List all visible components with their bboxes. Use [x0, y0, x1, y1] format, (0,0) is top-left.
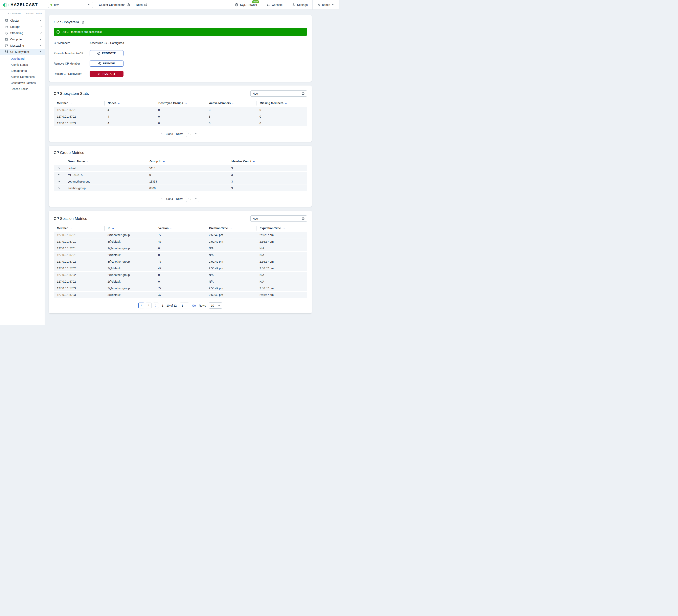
- sidebar-item-dashboard[interactable]: Dashboard: [8, 56, 45, 62]
- cp-subsystem-icon: [5, 50, 8, 53]
- cell-nodes: 4: [104, 122, 155, 125]
- stats-time-filter[interactable]: Now: [251, 90, 307, 97]
- folder-icon: [5, 25, 8, 29]
- remove-button[interactable]: REMOVE: [89, 61, 123, 67]
- cell-group-name: default: [65, 166, 146, 170]
- cell-creation-time: 2:50:42 pm: [205, 286, 256, 290]
- cell-expiration-time: 2:56:57 pm: [256, 286, 307, 290]
- sidebar-item-countdown-latches[interactable]: Countdown Latches: [8, 80, 45, 86]
- page-button-1[interactable]: 1: [139, 303, 144, 308]
- cell-missing-members: 0: [256, 108, 307, 112]
- sidebar-item-semaphores[interactable]: Semaphores: [8, 68, 45, 74]
- sort-asc-icon: [285, 102, 287, 104]
- table-row: 127.0.0.1:5702 2@another-group 0 N/A N/A: [54, 272, 307, 278]
- chevron-down-icon: [40, 20, 42, 22]
- cell-group-name: another-group: [65, 187, 146, 190]
- sessions-pagination: 1 2 1 – 10 of 12 Go Rows 10: [54, 302, 307, 309]
- column-header-missing-members[interactable]: Missing Members: [256, 101, 307, 106]
- sort-asc-icon: [118, 102, 120, 104]
- table-row: 127.0.0.1:5701 4 0 3 0: [54, 107, 307, 113]
- expand-row-button[interactable]: [54, 187, 65, 189]
- column-header-expander: [54, 159, 65, 164]
- sidebar-item-fenced-locks[interactable]: Fenced Locks: [8, 86, 45, 92]
- promote-button[interactable]: PROMOTE: [89, 50, 123, 56]
- plus-circle-icon: [127, 3, 130, 6]
- docs-link[interactable]: Docs: [136, 0, 147, 9]
- cell-member-count: 3: [228, 173, 307, 177]
- cell-version: 47: [155, 293, 205, 297]
- chevron-down-icon: [58, 180, 61, 183]
- sort-asc-icon: [86, 160, 88, 162]
- page-size-select[interactable]: 10: [186, 196, 199, 202]
- column-header-id[interactable]: Id: [104, 226, 155, 231]
- cluster-icon: [5, 19, 8, 22]
- sort-asc-icon: [163, 160, 165, 162]
- sidebar-item-atomic-longs[interactable]: Atomic Longs: [8, 62, 45, 68]
- sort-asc-icon: [170, 227, 173, 229]
- console-button[interactable]: Console: [262, 0, 287, 9]
- chevron-down-icon: [58, 174, 61, 176]
- page-size-select[interactable]: 10: [209, 302, 222, 309]
- laptop-icon: [5, 38, 8, 41]
- page-size-select[interactable]: 10: [186, 131, 199, 137]
- cp-subsystem-stats-card: CP Subsystem Stats Now Member Nodes Dest…: [49, 85, 312, 142]
- cell-creation-time: N/A: [205, 247, 256, 250]
- cell-expiration-time: 2:56:57 pm: [256, 267, 307, 270]
- expand-row-button[interactable]: [54, 174, 65, 176]
- user-menu[interactable]: admin: [312, 0, 339, 9]
- documentation-icon[interactable]: [81, 21, 85, 24]
- sidebar-item-streaming[interactable]: Streaming: [0, 30, 45, 36]
- cell-creation-time: 2:50:42 pm: [205, 240, 256, 243]
- sidebar-item-cluster[interactable]: Cluster: [0, 17, 45, 24]
- cell-id: 3@default: [104, 293, 155, 297]
- column-header-member[interactable]: Member: [54, 101, 104, 106]
- settings-label: Settings: [297, 3, 307, 6]
- go-button[interactable]: Go: [192, 304, 196, 307]
- remove-row: Remove CP Member REMOVE: [54, 61, 307, 67]
- cluster-connections-link[interactable]: Cluster Connections: [99, 0, 130, 9]
- sidebar-item-compute[interactable]: Compute: [0, 36, 45, 42]
- restart-label: Restart CP Subsystem: [54, 72, 89, 75]
- table-row: 127.0.0.1:5703 4 0 3 0: [54, 120, 307, 127]
- column-header-member-count[interactable]: Member Count: [228, 159, 307, 164]
- column-header-group-name[interactable]: Group Name: [65, 159, 146, 164]
- expand-row-button[interactable]: [54, 167, 65, 169]
- version-label: 5.1-SNAPSHOT - 24/02/22 - 02:52: [0, 11, 45, 17]
- column-header-expiration-time[interactable]: Expiration Time: [256, 226, 307, 231]
- go-to-page-input[interactable]: [180, 303, 189, 308]
- sidebar-item-messaging[interactable]: Messaging: [0, 42, 45, 49]
- cell-version: 77: [155, 233, 205, 237]
- column-header-version[interactable]: Version: [155, 226, 205, 231]
- cell-member: 127.0.0.1:5703: [54, 122, 104, 125]
- cell-creation-time: 2:50:42 pm: [205, 233, 256, 237]
- sidebar-item-label: CP Subsystem: [10, 50, 29, 53]
- remove-button-label: REMOVE: [103, 62, 115, 65]
- column-header-active-members[interactable]: Active Members: [205, 101, 256, 106]
- page-button-2[interactable]: 2: [146, 303, 152, 308]
- cell-member: 127.0.0.1:5702: [54, 115, 104, 118]
- settings-button[interactable]: Settings: [287, 0, 312, 9]
- restart-button[interactable]: RESTART: [89, 71, 123, 77]
- sidebar-item-atomic-references[interactable]: Atomic References: [8, 74, 45, 80]
- next-page-button[interactable]: [153, 303, 159, 308]
- chat-bubble-icon: [5, 44, 8, 47]
- cell-destroyed-groups: 0: [155, 122, 205, 125]
- column-header-group-id[interactable]: Group Id: [146, 159, 228, 164]
- sql-browser-button[interactable]: New SQL Browser: [230, 0, 262, 9]
- sidebar-item-storage[interactable]: Storage: [0, 24, 45, 30]
- sessions-time-filter[interactable]: Now: [251, 216, 307, 222]
- cluster-select[interactable]: dev: [48, 2, 93, 8]
- promote-label: Promote Member to CP: [54, 52, 89, 55]
- cell-nodes: 4: [104, 108, 155, 112]
- column-header-creation-time[interactable]: Creation Time: [205, 226, 256, 231]
- cell-id: 3@another-group: [104, 286, 155, 290]
- hazelcast-logo: HAZELCAST: [0, 0, 48, 9]
- expand-row-button[interactable]: [54, 180, 65, 183]
- column-header-member[interactable]: Member: [54, 226, 104, 231]
- column-header-nodes[interactable]: Nodes: [104, 101, 155, 106]
- sidebar-item-cp-subsystem[interactable]: CP Subsystem: [0, 49, 45, 55]
- cell-expiration-time: N/A: [256, 280, 307, 283]
- cell-id: 3@default: [104, 267, 155, 270]
- column-header-destroyed-groups[interactable]: Destroyed Groups: [155, 101, 205, 106]
- remove-label: Remove CP Member: [54, 62, 89, 65]
